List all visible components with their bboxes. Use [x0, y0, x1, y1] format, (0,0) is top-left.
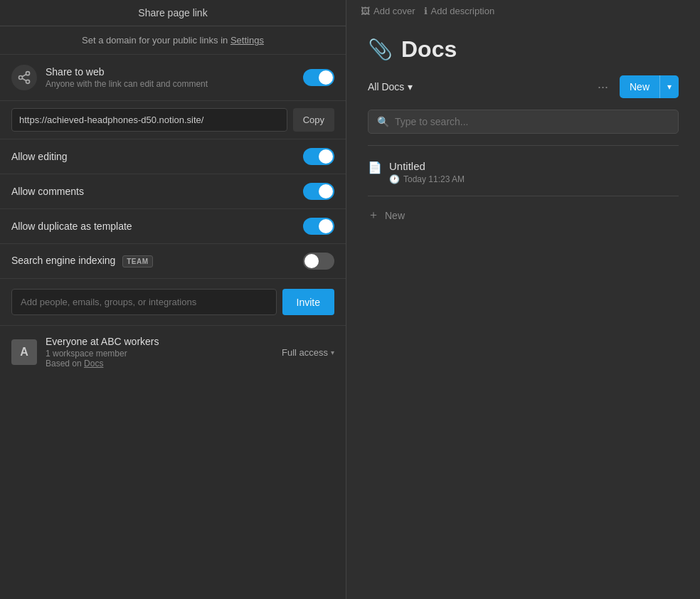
- share-to-web-text: Share to web Anyone with the link can ed…: [46, 66, 295, 89]
- doc-icon: 📄: [368, 161, 382, 174]
- page-title: Docs: [401, 36, 457, 63]
- image-icon: 🖼: [361, 6, 370, 16]
- allow-editing-toggle[interactable]: [303, 148, 334, 165]
- more-options-button[interactable]: ···: [592, 77, 614, 97]
- share-to-web-section: Share to web Anyone with the link can ed…: [0, 55, 346, 101]
- access-button[interactable]: Full access ▾: [282, 347, 334, 358]
- add-new-label: New: [385, 210, 405, 221]
- settings-link[interactable]: Settings: [230, 35, 264, 46]
- invite-button[interactable]: Invite: [282, 289, 334, 315]
- public-url-input[interactable]: [11, 108, 287, 132]
- top-actions: 🖼 Add cover ℹ Add description: [346, 0, 700, 22]
- doc-item: 📄 Untitled 🕐 Today 11:23 AM: [346, 152, 700, 193]
- divider2: [368, 196, 679, 196]
- new-btn-chevron-icon[interactable]: ▾: [660, 77, 679, 97]
- svg-point-1: [19, 76, 23, 80]
- team-badge: TEAM: [122, 255, 152, 267]
- allow-comments-row: Allow comments: [0, 174, 346, 209]
- chevron-down-icon: ▾: [408, 81, 413, 92]
- left-panel: Share page link Set a domain for your pu…: [0, 0, 346, 599]
- allow-editing-label: Allow editing: [11, 151, 68, 162]
- search-engine-row: Search engine indexing TEAM: [0, 244, 346, 279]
- allow-duplicate-label: Allow duplicate as template: [11, 221, 132, 232]
- chevron-down-icon: ▾: [331, 349, 334, 356]
- new-button-group: New ▾: [620, 75, 679, 98]
- search-engine-toggle[interactable]: [303, 253, 334, 270]
- doc-item-content: Untitled 🕐 Today 11:23 AM: [389, 160, 465, 184]
- svg-line-4: [22, 74, 26, 76]
- right-panel: 🖼 Add cover ℹ Add description 📎 Docs All…: [346, 0, 700, 599]
- add-description-button[interactable]: ℹ Add description: [424, 6, 495, 16]
- all-docs-button[interactable]: All Docs ▾: [368, 81, 413, 92]
- add-new-row[interactable]: ＋ New: [346, 199, 700, 231]
- member-sub: 1 workspace member Based on Docs: [46, 349, 273, 369]
- invite-section: Invite: [0, 279, 346, 326]
- info-icon: ℹ: [424, 6, 428, 16]
- page-title-section: 📎 Docs: [346, 22, 700, 70]
- svg-point-2: [26, 80, 30, 83]
- member-info: Everyone at ABC workers 1 workspace memb…: [46, 336, 273, 369]
- search-section: 🔍: [346, 104, 700, 139]
- allow-duplicate-toggle[interactable]: [303, 218, 334, 235]
- plus-icon: ＋: [368, 208, 379, 223]
- search-icon: 🔍: [377, 116, 389, 127]
- add-cover-button[interactable]: 🖼 Add cover: [361, 6, 415, 16]
- new-button[interactable]: New: [620, 76, 659, 97]
- share-page-link-title: Share page link: [138, 7, 207, 18]
- invite-input[interactable]: [11, 289, 277, 315]
- url-section: Copy: [0, 101, 346, 139]
- search-input[interactable]: [395, 116, 669, 127]
- docs-page-icon: 📎: [368, 38, 393, 61]
- search-engine-label: Search engine indexing TEAM: [11, 255, 153, 267]
- allow-editing-row: Allow editing: [0, 139, 346, 174]
- share-to-web-subtitle: Anyone with the link can edit and commen…: [46, 79, 295, 89]
- toolbar: All Docs ▾ ··· New ▾: [346, 70, 700, 104]
- svg-point-0: [26, 72, 30, 75]
- clock-icon: 🕐: [389, 174, 400, 184]
- member-name: Everyone at ABC workers: [46, 336, 273, 347]
- search-bar: 🔍: [368, 110, 679, 134]
- share-to-web-icon: [11, 65, 37, 90]
- docs-link[interactable]: Docs: [84, 359, 103, 369]
- allow-comments-toggle[interactable]: [303, 183, 334, 200]
- avatar: A: [11, 339, 37, 365]
- svg-line-3: [22, 78, 26, 80]
- copy-url-button[interactable]: Copy: [293, 108, 334, 132]
- settings-notice: Set a domain for your public links in Se…: [0, 26, 346, 55]
- share-to-web-title: Share to web: [46, 66, 295, 78]
- member-row: A Everyone at ABC workers 1 workspace me…: [0, 326, 346, 378]
- doc-title: Untitled: [389, 160, 465, 172]
- allow-duplicate-row: Allow duplicate as template: [0, 209, 346, 244]
- share-page-link-header: Share page link: [0, 0, 346, 26]
- allow-comments-label: Allow comments: [11, 186, 84, 197]
- divider: [368, 145, 679, 146]
- share-to-web-toggle[interactable]: [303, 69, 334, 86]
- doc-date: 🕐 Today 11:23 AM: [389, 174, 465, 184]
